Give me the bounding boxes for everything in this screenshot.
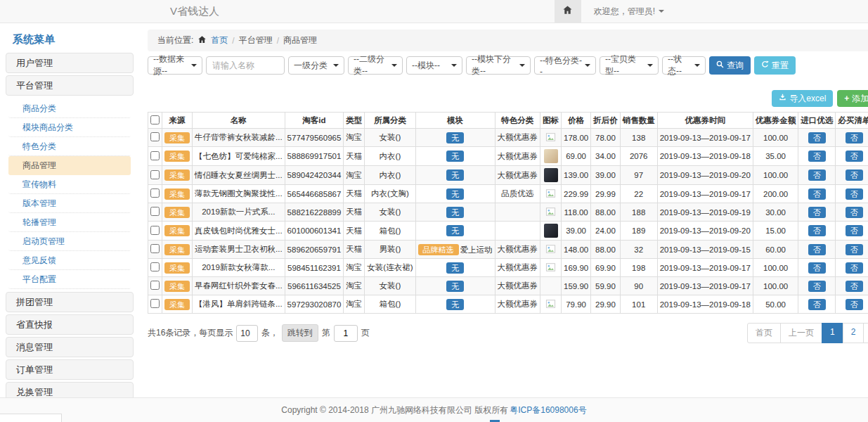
query-button[interactable]: 查询: [709, 56, 751, 75]
sidebar-item[interactable]: 平台配置: [8, 270, 131, 289]
taoke-id-cell: 577479560965: [285, 129, 344, 147]
level2-category-select[interactable]: --二级分类--: [348, 56, 403, 75]
jump-button[interactable]: 跳转到: [282, 324, 318, 342]
row-checkbox[interactable]: [150, 299, 160, 308]
feature-cell: 品质优选: [495, 185, 540, 203]
row-checkbox[interactable]: [150, 188, 160, 198]
must-buy-toggle-badge[interactable]: 否: [846, 170, 863, 181]
sidebar-item[interactable]: 商品管理: [8, 156, 131, 175]
import-icon: [779, 94, 786, 103]
pager-button[interactable]: 2: [843, 323, 864, 343]
sidebar-group-header[interactable]: 用户管理: [6, 53, 134, 73]
row-checkbox[interactable]: [150, 207, 160, 216]
must-buy-toggle-badge[interactable]: 否: [846, 262, 863, 274]
row-checkbox[interactable]: [150, 281, 160, 290]
sidebar-item[interactable]: 商品分类: [8, 99, 131, 118]
page-number-input[interactable]: [334, 325, 358, 342]
select-all-checkbox[interactable]: [150, 115, 160, 124]
reset-button[interactable]: 重置: [754, 56, 796, 75]
user-menu[interactable]: 欢迎您，管理员!: [594, 6, 664, 18]
sidebar-item[interactable]: 特色分类: [8, 137, 131, 156]
type-cell: 天猫: [344, 185, 365, 203]
sidebar-group-header[interactable]: 拼团管理: [6, 292, 134, 312]
coupon-time-cell: 2019-09-13—2019-09-20: [657, 222, 753, 241]
taoke-id-cell: 589042420344: [285, 166, 344, 185]
sidebar-group-header[interactable]: 平台管理: [6, 75, 134, 96]
sidebar-item[interactable]: 版本管理: [8, 194, 131, 213]
import-toggle-badge[interactable]: 否: [808, 151, 826, 162]
sidebar-item[interactable]: 意见反馈: [8, 251, 131, 270]
must-buy-toggle-badge[interactable]: 否: [846, 244, 863, 255]
feature-cell: [495, 203, 540, 222]
category-cell: 内衣(文胸): [365, 185, 415, 203]
import-select-cell: 否: [798, 185, 836, 203]
column-header: 进口优选: [798, 113, 836, 129]
discount-price-cell: 29.90: [591, 295, 621, 314]
pager-button[interactable]: 下一页: [863, 323, 868, 343]
sidebar-item[interactable]: 启动页管理: [8, 232, 131, 251]
refresh-icon: [761, 60, 769, 70]
feature-cell: 大额优惠券: [495, 295, 540, 314]
column-header: 优惠券时间: [657, 113, 753, 129]
must-buy-cell: 否: [836, 166, 868, 185]
row-checkbox[interactable]: [150, 151, 160, 160]
must-buy-toggle-badge[interactable]: 否: [846, 225, 863, 236]
import-toggle-badge[interactable]: 否: [808, 132, 826, 143]
app-title: V省钱达人: [170, 5, 219, 18]
status-select[interactable]: --状态--: [662, 56, 706, 75]
import-toggle-badge[interactable]: 否: [808, 207, 826, 218]
row-checkbox[interactable]: [150, 132, 160, 141]
import-toggle-badge[interactable]: 否: [808, 188, 826, 200]
must-buy-toggle-badge[interactable]: 否: [846, 281, 863, 292]
source-cell: 采集: [162, 129, 193, 147]
must-buy-toggle-badge[interactable]: 否: [846, 151, 863, 162]
pager-button[interactable]: 上一页: [780, 323, 822, 343]
sidebar-item[interactable]: 模块商品分类: [8, 118, 131, 137]
sidebar-group-header[interactable]: 消息管理: [6, 337, 134, 357]
per-page-select[interactable]: 10: [236, 325, 257, 342]
must-buy-toggle-badge[interactable]: 否: [846, 299, 863, 310]
import-select-cell: 否: [798, 147, 836, 166]
import-toggle-badge[interactable]: 否: [808, 299, 826, 310]
icon-cell: [540, 166, 562, 185]
import-toggle-badge[interactable]: 否: [808, 225, 826, 236]
pager: 首页上一页12下一页末页: [747, 323, 868, 343]
import-toggle-badge[interactable]: 否: [808, 244, 826, 255]
sidebar-group-header[interactable]: 兑换管理: [6, 382, 134, 397]
import-select-cell: 否: [798, 259, 836, 277]
sidebar-group-header[interactable]: 省直快报: [6, 314, 134, 335]
pager-button[interactable]: 1: [822, 323, 843, 343]
home-button[interactable]: [555, 0, 581, 23]
import-excel-button[interactable]: 导入excel: [772, 90, 833, 107]
data-source-select[interactable]: --数据来源--: [148, 56, 202, 75]
icp-link[interactable]: 粤ICP备16098006号: [510, 404, 586, 416]
row-checkbox[interactable]: [150, 226, 160, 235]
item-type-select[interactable]: --宝贝类型--: [600, 56, 659, 75]
must-buy-cell: 否: [836, 259, 868, 277]
import-toggle-badge[interactable]: 否: [808, 170, 826, 181]
row-checkbox[interactable]: [150, 170, 160, 179]
feature-cell: [495, 222, 540, 241]
module-select[interactable]: --模块--: [406, 56, 462, 75]
sidebar-item[interactable]: 宣传物料: [8, 175, 131, 194]
must-buy-toggle-badge[interactable]: 否: [846, 132, 863, 143]
coupon-amount-cell: 60.00: [753, 241, 798, 259]
import-toggle-badge[interactable]: 否: [808, 281, 826, 292]
breadcrumb-home-link[interactable]: 首页: [211, 34, 228, 46]
row-checkbox[interactable]: [150, 244, 160, 253]
feature-category-select[interactable]: --特色分类--: [534, 56, 596, 75]
table-row: 采集薄款无钢圈文胸聚拢性...565446685867天猫内衣(文胸)无品质优选…: [148, 185, 868, 203]
pager-button[interactable]: 首页: [747, 323, 781, 343]
sidebar-group-header[interactable]: 订单管理: [6, 359, 134, 380]
must-buy-toggle-badge[interactable]: 否: [846, 188, 863, 200]
broken-image-icon: [545, 191, 556, 200]
sidebar-item[interactable]: 轮播管理: [8, 213, 131, 232]
add-button[interactable]: + 添加: [837, 90, 868, 107]
must-buy-toggle-badge[interactable]: 否: [846, 207, 863, 218]
level1-category-select[interactable]: 一级分类: [288, 56, 344, 75]
name-search-input[interactable]: [206, 56, 285, 75]
row-checkbox[interactable]: [150, 262, 160, 271]
feature-cell: 大额优惠券: [495, 277, 540, 295]
module-sub-category-select[interactable]: --模块下分类--: [466, 56, 531, 75]
import-toggle-badge[interactable]: 否: [808, 262, 826, 274]
